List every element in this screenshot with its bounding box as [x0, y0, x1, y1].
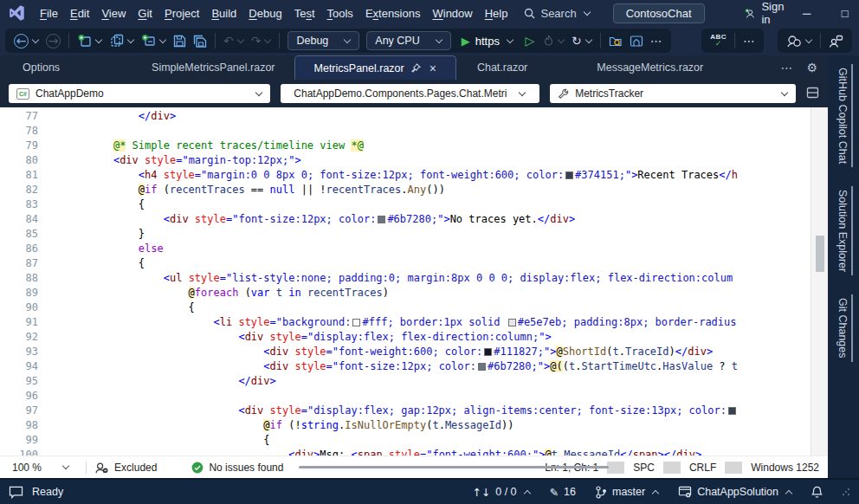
- solution-configuration-dropdown[interactable]: Debug: [287, 31, 359, 50]
- menu-window[interactable]: Window: [426, 4, 478, 23]
- horizontal-scrollbar-thumb[interactable]: [299, 466, 609, 468]
- branch-button[interactable]: master: [595, 486, 659, 499]
- code-line[interactable]: {: [88, 300, 811, 315]
- issues-indicator[interactable]: No issues found: [191, 462, 283, 474]
- maximize-button[interactable]: □: [826, 0, 859, 26]
- repository-button[interactable]: ChatAppSolution: [678, 486, 792, 498]
- code-line[interactable]: @foreach (var t in recentTraces): [88, 286, 811, 300]
- close-tab-icon[interactable]: ×: [430, 61, 436, 75]
- gear-icon[interactable]: ⚙: [806, 61, 817, 74]
- code-coverage-indicator[interactable]: Excluded: [94, 462, 157, 474]
- tab-simplemetricspanel-razor[interactable]: SimpleMetricsPanel.razor: [132, 55, 294, 80]
- breakpoint-margin[interactable]: [45, 107, 88, 456]
- resize-grip[interactable]: [842, 488, 850, 496]
- code-line[interactable]: <div>Msg: <span style="font-weight:600;"…: [88, 448, 811, 456]
- vertical-scrollbar[interactable]: [811, 107, 828, 456]
- find-in-files-button[interactable]: [605, 29, 626, 52]
- encoding-indicator[interactable]: Windows 1252: [742, 462, 828, 474]
- chevron-down-icon[interactable]: [95, 36, 102, 42]
- live-share-button[interactable]: [825, 29, 847, 52]
- pending-edits-button[interactable]: ✎ 16: [550, 486, 576, 499]
- restart-button[interactable]: ↻: [568, 29, 596, 52]
- chevron-down-icon[interactable]: [159, 36, 166, 42]
- side-tab-github-copilot-chat[interactable]: GitHub Copilot Chat: [834, 64, 853, 167]
- spellcheck-button[interactable]: ABC✓: [707, 29, 730, 52]
- indentation-indicator[interactable]: SPC: [624, 462, 663, 474]
- tab-overflow-icon[interactable]: ⋯: [780, 61, 792, 74]
- type-dropdown[interactable]: ChatAppDemo.Components.Pages.Chat.Metri: [281, 84, 540, 103]
- toolbar-overflow-button[interactable]: ⋯: [647, 29, 666, 52]
- menu-extensions[interactable]: Extensions: [359, 4, 427, 23]
- navigate-back-button[interactable]: ←: [10, 29, 42, 52]
- project-badge[interactable]: ContosoChat: [613, 3, 705, 23]
- menu-tools[interactable]: Tools: [321, 4, 359, 23]
- code-line[interactable]: @if (!string.IsNullOrEmpty(t.MessageId)): [88, 418, 811, 433]
- live-preview-button[interactable]: [626, 29, 647, 52]
- chevron-down-icon[interactable]: [32, 36, 39, 42]
- menu-debug[interactable]: Debug: [242, 4, 287, 23]
- code-line[interactable]: <div style="display:flex; flex-direction…: [88, 330, 811, 345]
- save-button[interactable]: [170, 29, 190, 52]
- code-line[interactable]: }: [88, 227, 811, 242]
- code-line[interactable]: [88, 389, 811, 404]
- member-dropdown[interactable]: MetricsTracker: [550, 84, 796, 103]
- code-line[interactable]: <li style="background:#fff; border:1px s…: [88, 315, 811, 330]
- code-line[interactable]: <div style="display:flex; gap:12px; alig…: [88, 404, 811, 418]
- sign-in-button[interactable]: Sign in: [745, 0, 788, 26]
- code-line[interactable]: <div style="font-weight:600; color:#1118…: [88, 345, 811, 359]
- menu-git[interactable]: Git: [132, 4, 158, 23]
- menu-file[interactable]: File: [34, 4, 64, 23]
- code-content[interactable]: </div> @* Simple recent traces/timeline …: [88, 107, 811, 456]
- menu-help[interactable]: Help: [479, 4, 514, 23]
- chevron-down-icon[interactable]: [558, 36, 565, 42]
- code-line[interactable]: <h4 style="margin:0 0 8px 0; font-size:1…: [88, 168, 811, 183]
- zoom-dropdown[interactable]: 100 %: [3, 459, 78, 476]
- menu-test[interactable]: Test: [288, 4, 321, 23]
- line-ending-indicator[interactable]: CRLF: [681, 462, 725, 474]
- start-debugging-button[interactable]: ▶https: [455, 35, 520, 48]
- code-line[interactable]: @if (recentTraces == null || !recentTrac…: [88, 183, 811, 197]
- menu-project[interactable]: Project: [158, 4, 205, 23]
- new-project-button[interactable]: [74, 29, 106, 52]
- hot-reload-button[interactable]: [539, 29, 568, 52]
- navigate-forward-button[interactable]: →: [42, 29, 64, 52]
- tab-messagemetrics-razor[interactable]: MessageMetrics.razor: [578, 55, 722, 80]
- code-line[interactable]: </div>: [88, 109, 811, 124]
- undo-button[interactable]: ↶: [220, 29, 248, 52]
- tab-chat-razor[interactable]: Chat.razor: [458, 55, 546, 80]
- chevron-down-icon[interactable]: [585, 36, 591, 42]
- search-box[interactable]: Search: [524, 7, 590, 20]
- feedback-icon[interactable]: [9, 486, 23, 499]
- menu-edit[interactable]: Edit: [64, 4, 95, 23]
- menu-build[interactable]: Build: [205, 4, 242, 23]
- project-dropdown[interactable]: C# ChatAppDemo: [9, 84, 270, 103]
- side-tab-solution-explorer[interactable]: Solution Explorer: [834, 186, 853, 275]
- code-line[interactable]: {: [88, 197, 811, 212]
- menu-view[interactable]: View: [95, 4, 132, 23]
- code-line[interactable]: <div style="font-size:12px; color:#6b728…: [88, 212, 811, 227]
- pin-icon[interactable]: [411, 63, 421, 73]
- code-line[interactable]: <div style="font-size:12px; color:#6b728…: [88, 359, 811, 374]
- save-all-button[interactable]: [190, 29, 210, 52]
- chevron-down-icon[interactable]: [805, 36, 812, 42]
- chevron-down-icon[interactable]: [236, 36, 243, 42]
- chevron-down-icon[interactable]: [507, 36, 513, 42]
- minimize-button[interactable]: ─: [788, 0, 826, 26]
- copilot-button[interactable]: [783, 29, 816, 52]
- scrollbar-thumb[interactable]: [816, 236, 824, 272]
- split-window-button[interactable]: [806, 87, 819, 101]
- redo-button[interactable]: ↷: [248, 29, 275, 52]
- start-without-debugging-button[interactable]: ▷: [520, 29, 539, 52]
- open-file-button[interactable]: [106, 29, 138, 52]
- chevron-down-icon[interactable]: [264, 36, 271, 42]
- tab-options[interactable]: Options: [3, 55, 79, 80]
- code-line[interactable]: else: [88, 242, 811, 256]
- spellcheck-overflow-button[interactable]: ⋯: [740, 29, 759, 52]
- bell-icon[interactable]: [811, 486, 823, 499]
- code-line[interactable]: <div style="margin-top:12px;">: [88, 153, 811, 168]
- code-line[interactable]: </div>: [88, 374, 811, 389]
- code-line[interactable]: <ul style="list-style:none; padding:0; m…: [88, 271, 811, 286]
- side-tab-git-changes[interactable]: Git Changes: [834, 294, 853, 361]
- solution-platform-dropdown[interactable]: Any CPU: [366, 31, 450, 50]
- code-line[interactable]: {: [88, 433, 811, 448]
